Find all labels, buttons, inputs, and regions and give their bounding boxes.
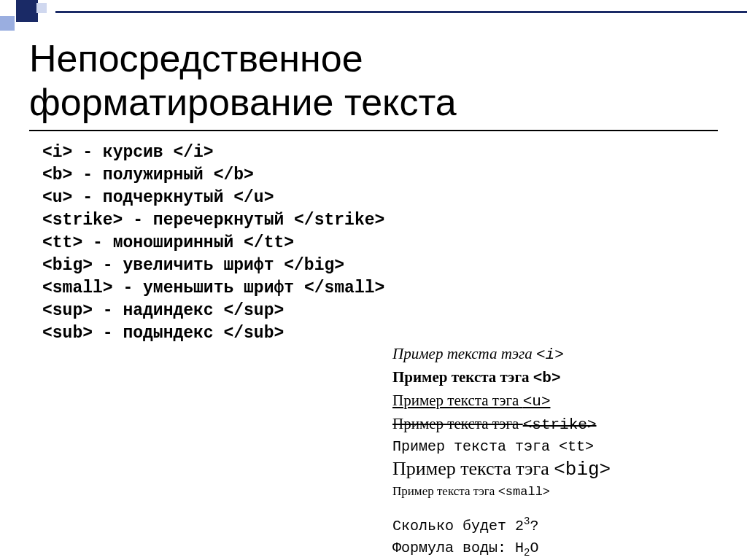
tag-close: </tt> <box>244 233 294 252</box>
slide-decoration <box>0 0 747 18</box>
example-tag: <small> <box>498 485 550 499</box>
example-text: Пример текста тэга <box>392 484 498 498</box>
example-tag: <i> <box>536 346 564 363</box>
tag-list: <i> - курсив </i> <b> - полужирный </b> … <box>42 141 384 345</box>
example-b: Пример текста тэга <b> <box>392 366 611 389</box>
example-sub: Формула воды: H2O <box>392 537 611 560</box>
example-tag: <u> <box>523 393 551 410</box>
tag-open: <sup> <box>42 301 93 320</box>
tag-row-sup: <sup> - надиндекс </sup> <box>42 300 384 322</box>
tag-close: </small> <box>304 279 384 298</box>
tag-open: <small> <box>42 279 113 298</box>
sub-after: O <box>530 540 538 556</box>
tag-close: </u> <box>233 188 274 207</box>
example-tag: <tt> <box>559 438 594 455</box>
tag-desc: - курсив <box>72 143 173 162</box>
example-text: Пример текста тэга <box>392 415 523 432</box>
tag-close: </sub> <box>223 324 284 343</box>
tag-row-b: <b> - полужирный </b> <box>42 164 384 187</box>
example-sup: Сколько будет 23? <box>392 510 611 537</box>
tag-row-sub: <sub> - подындекс </sub> <box>42 322 384 345</box>
tag-close: </sup> <box>223 301 284 320</box>
tag-desc: - перечеркнутый <box>123 211 294 230</box>
tag-close: </big> <box>284 256 344 275</box>
tag-desc: - уменьшить шрифт <box>113 279 304 298</box>
tag-row-tt: <tt> - моноширинный </tt> <box>42 232 384 254</box>
tag-desc: - надиндекс <box>93 301 223 320</box>
sub-before: Формула воды: H <box>392 540 524 556</box>
tag-open: <u> <box>42 188 72 207</box>
example-small: Пример текста тэга <small> <box>392 481 611 503</box>
tag-desc: - увеличить шрифт <box>93 256 284 275</box>
tag-open: <tt> <box>42 233 82 252</box>
tag-desc: - подындекс <box>93 324 223 343</box>
tag-desc: - моноширинный <box>82 233 244 252</box>
tag-open: <big> <box>42 256 93 275</box>
decoration-square-dark <box>16 0 38 22</box>
example-text: Пример текста тэга <box>392 438 559 455</box>
title-underline <box>29 130 718 131</box>
example-big: Пример текста тэга <big> <box>392 458 611 481</box>
example-strike: Пример текста тэга <strike> <box>392 413 611 436</box>
example-i: Пример текста тэга <i> <box>392 343 611 366</box>
tag-open: <b> <box>42 166 72 184</box>
example-u: Пример текста тэга <u> <box>392 389 611 413</box>
tag-open: <sub> <box>42 324 93 343</box>
decoration-square-light <box>36 3 47 13</box>
tag-row-strike: <strike> - перечеркнутый </strike> <box>42 209 384 232</box>
sup-before: Сколько будет 2 <box>392 518 524 534</box>
example-text: Пример текста тэга <box>392 392 523 409</box>
tag-close: </b> <box>214 166 254 184</box>
tag-open: <i> <box>42 143 72 162</box>
tag-open: <strike> <box>42 211 123 230</box>
slide-title: Непосредственное форматирование текста <box>29 36 457 124</box>
sup-after: ? <box>530 518 538 534</box>
tag-row-small: <small> - уменьшить шрифт </small> <box>42 277 384 300</box>
tag-row-i: <i> - курсив </i> <box>42 141 384 164</box>
decoration-square-mid <box>0 16 15 31</box>
example-text: Пример текста тэга <box>392 368 533 386</box>
example-text: Пример текста тэга <box>392 458 554 479</box>
example-tag: <big> <box>554 459 611 481</box>
tag-row-u: <u> - подчеркнутый </u> <box>42 187 384 209</box>
title-line-2: форматирование текста <box>29 81 457 123</box>
spacer <box>392 503 611 510</box>
tag-close: </i> <box>173 143 213 162</box>
tag-close: </strike> <box>294 211 384 230</box>
example-tag: <strike> <box>523 416 597 433</box>
title-line-1: Непосредственное <box>29 37 363 79</box>
example-tt: Пример текста тэга <tt> <box>392 436 611 458</box>
examples-block: Пример текста тэга <i> Пример текста тэг… <box>392 343 611 560</box>
decoration-line <box>55 11 747 13</box>
tag-desc: - полужирный <box>72 166 213 184</box>
example-tag: <b> <box>533 370 561 386</box>
tag-row-big: <big> - увеличить шрифт </big> <box>42 254 384 277</box>
tag-desc: - подчеркнутый <box>72 188 233 207</box>
example-text: Пример текста тэга <box>392 345 536 362</box>
